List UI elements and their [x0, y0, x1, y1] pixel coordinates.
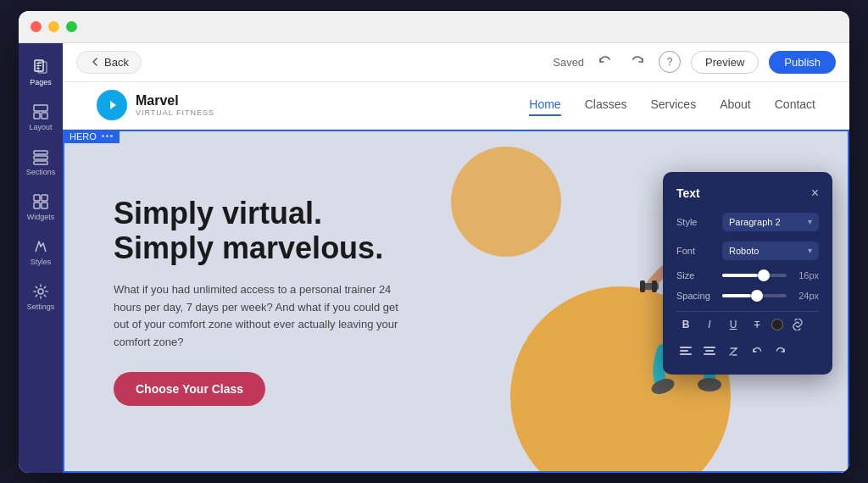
- hero-badge: HERO: [63, 130, 120, 143]
- undo-format-button[interactable]: [748, 342, 766, 361]
- align-left-button[interactable]: [676, 342, 695, 361]
- svg-marker-16: [110, 101, 116, 109]
- size-label: Size: [676, 270, 715, 280]
- brand-name: Marvel: [136, 93, 214, 108]
- svg-rect-31: [705, 350, 714, 352]
- brand-subtitle: VIRTUAL FITNESS: [136, 108, 214, 117]
- spacing-slider-thumb[interactable]: [751, 290, 763, 302]
- close-button[interactable]: [31, 21, 42, 32]
- color-picker[interactable]: [771, 319, 783, 330]
- website-area: Marvel VIRTUAL FITNESS Home Classes Serv…: [63, 82, 849, 473]
- style-row: Style Paragraph 2 ▾: [676, 213, 819, 231]
- italic-button[interactable]: I: [700, 315, 719, 334]
- svg-rect-21: [652, 280, 657, 292]
- underline-button[interactable]: U: [724, 315, 743, 334]
- sidebar-item-pages-label: Pages: [30, 78, 52, 86]
- sidebar-item-widgets[interactable]: Widgets: [22, 186, 59, 228]
- sidebar-item-widgets-label: Widgets: [27, 213, 55, 221]
- hero-section[interactable]: HERO: [63, 130, 849, 473]
- toolbar: Back Saved ? Preview: [63, 43, 849, 82]
- sidebar-item-sections[interactable]: Sections: [22, 142, 59, 183]
- redo-button[interactable]: [626, 51, 648, 73]
- svg-rect-32: [704, 353, 715, 355]
- nav-link-home[interactable]: Home: [529, 97, 560, 113]
- spacing-value: 24px: [793, 291, 819, 301]
- spacing-label: Spacing: [676, 291, 715, 301]
- sidebar-item-layout[interactable]: Layout: [22, 97, 59, 138]
- svg-rect-14: [42, 203, 47, 208]
- redo-format-button[interactable]: [771, 342, 790, 361]
- svg-rect-10: [34, 161, 47, 164]
- sidebar-item-pages[interactable]: Pages: [22, 52, 59, 93]
- settings-icon: [32, 283, 49, 300]
- sidebar-item-styles[interactable]: Styles: [22, 231, 59, 273]
- font-row: Font Roboto ▾: [676, 242, 819, 260]
- svg-rect-11: [34, 195, 40, 201]
- align-center-button[interactable]: [700, 342, 719, 361]
- hero-text: Simply virtual. Simply marvelous. What i…: [114, 196, 402, 406]
- spacing-slider-fill: [722, 294, 751, 297]
- svg-rect-7: [42, 113, 47, 119]
- sidebar: Pages Layout: [19, 43, 63, 473]
- undo-icon: [598, 54, 613, 69]
- back-button[interactable]: Back: [76, 51, 142, 74]
- sections-icon: [32, 148, 49, 165]
- size-slider-track[interactable]: [722, 274, 787, 277]
- svg-rect-27: [680, 347, 692, 348]
- spacing-slider-track[interactable]: [722, 294, 787, 297]
- mac-window: Pages Layout: [19, 11, 849, 473]
- sidebar-item-settings-label: Settings: [27, 303, 55, 311]
- nav-link-about[interactable]: About: [720, 97, 751, 113]
- bold-button[interactable]: B: [676, 315, 695, 334]
- brand-text: Marvel VIRTUAL FITNESS: [136, 93, 214, 117]
- sidebar-item-styles-label: Styles: [31, 258, 52, 266]
- sidebar-item-sections-label: Sections: [26, 168, 56, 176]
- website-nav: Marvel VIRTUAL FITNESS Home Classes Serv…: [63, 82, 849, 130]
- size-value: 16px: [793, 270, 819, 280]
- minimize-button[interactable]: [48, 21, 59, 32]
- formatting-row: B I U T: [676, 311, 819, 334]
- spacing-row: Spacing 24px: [676, 291, 819, 301]
- preview-button[interactable]: Preview: [691, 51, 759, 74]
- back-arrow-icon: [89, 56, 101, 68]
- help-button[interactable]: ?: [659, 51, 681, 73]
- redo-icon: [630, 54, 645, 69]
- font-select-arrow: ▾: [808, 246, 812, 255]
- alignment-row: [676, 342, 819, 361]
- clear-format-button[interactable]: [724, 342, 743, 361]
- strikethrough-button[interactable]: T: [748, 315, 766, 334]
- svg-rect-13: [34, 203, 40, 208]
- nav-link-classes[interactable]: Classes: [585, 97, 627, 113]
- size-row: Size 16px: [676, 270, 819, 280]
- text-panel-title: Text: [676, 186, 700, 200]
- svg-rect-29: [680, 353, 692, 355]
- sidebar-item-layout-label: Layout: [29, 123, 52, 131]
- hero-cta-button[interactable]: Choose Your Class: [114, 372, 265, 406]
- nav-links: Home Classes Services About Contact: [529, 97, 815, 113]
- size-slider-thumb[interactable]: [758, 269, 770, 281]
- style-select-arrow: ▾: [808, 217, 812, 226]
- svg-rect-2: [36, 65, 42, 66]
- sidebar-item-settings[interactable]: Settings: [22, 276, 59, 318]
- text-panel: Text × Style Paragraph 2 ▾: [663, 172, 832, 375]
- svg-rect-8: [34, 151, 47, 154]
- svg-rect-30: [704, 347, 715, 348]
- maximize-button[interactable]: [66, 21, 77, 32]
- publish-button[interactable]: Publish: [769, 51, 836, 74]
- close-panel-button[interactable]: ×: [811, 186, 819, 201]
- layout-icon: [32, 103, 49, 120]
- nav-link-contact[interactable]: Contact: [775, 97, 815, 113]
- brand-logo: [97, 90, 127, 120]
- style-label: Style: [676, 217, 715, 227]
- link-button[interactable]: [788, 315, 807, 334]
- saved-status: Saved: [553, 56, 584, 69]
- mac-titlebar: [19, 11, 849, 43]
- nav-link-services[interactable]: Services: [650, 97, 696, 113]
- font-label: Font: [676, 246, 715, 256]
- style-select[interactable]: Paragraph 2 ▾: [722, 213, 819, 231]
- font-select[interactable]: Roboto ▾: [722, 242, 819, 260]
- svg-rect-20: [640, 280, 645, 292]
- svg-rect-12: [42, 195, 47, 201]
- undo-button[interactable]: [594, 51, 616, 73]
- size-slider-fill: [722, 274, 758, 277]
